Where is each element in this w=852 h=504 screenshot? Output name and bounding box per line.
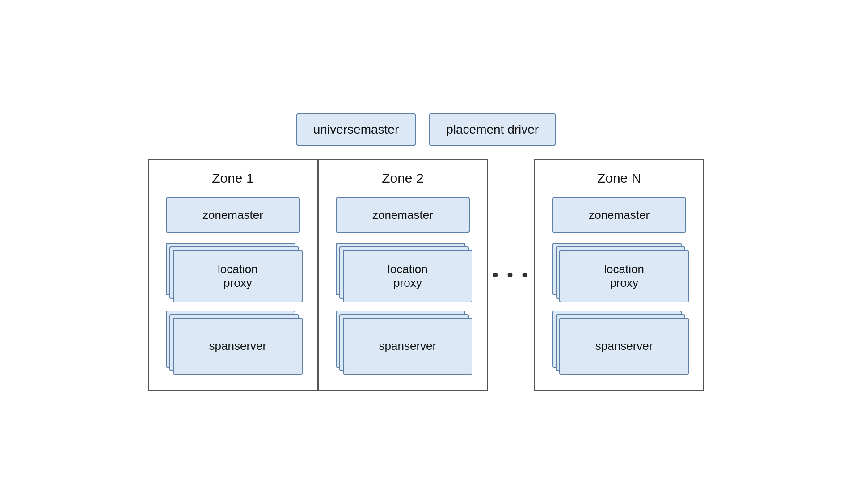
- zone-separator: • • •: [488, 265, 534, 285]
- zone-1-spanserver-front: spanserver: [173, 318, 303, 375]
- zone-2-location-proxy-front: locationproxy: [343, 250, 472, 302]
- zone-n-container: Zone N zonemaster locationproxy spanserv…: [534, 159, 704, 391]
- zone-n-zonemaster: zonemaster: [552, 197, 686, 233]
- zone-2-title: Zone 2: [382, 171, 423, 186]
- top-row: universemaster placement driver: [296, 113, 556, 146]
- zone-1-container: Zone 1 zonemaster locationproxy spanserv…: [148, 159, 318, 391]
- universemaster-box: universemaster: [296, 113, 416, 146]
- diagram: universemaster placement driver Zone 1 z…: [130, 96, 722, 409]
- zone-2-location-proxy-stack: locationproxy: [336, 243, 470, 301]
- zone-n-location-proxy-front: locationproxy: [559, 250, 689, 302]
- zone-1-spanserver-stack: spanserver: [166, 311, 300, 378]
- zone-n-location-proxy-stack: locationproxy: [552, 243, 686, 301]
- zones-row: Zone 1 zonemaster locationproxy spanserv…: [148, 159, 704, 391]
- zone-2-container: Zone 2 zonemaster locationproxy spanserv…: [318, 159, 488, 391]
- zone-n-spanserver-stack: spanserver: [552, 311, 686, 378]
- placement-driver-label: placement driver: [446, 122, 539, 136]
- zone-2-spanserver-stack: spanserver: [336, 311, 470, 378]
- zone-n-spanserver-front: spanserver: [559, 318, 689, 375]
- zone-2-spanserver-front: spanserver: [343, 318, 472, 375]
- placement-driver-box: placement driver: [429, 113, 556, 146]
- zone-1-location-proxy-front: locationproxy: [173, 250, 303, 302]
- universemaster-label: universemaster: [313, 122, 399, 136]
- zone-2-zonemaster: zonemaster: [336, 197, 470, 233]
- zone-1-zonemaster: zonemaster: [166, 197, 300, 233]
- zone-n-title: Zone N: [597, 171, 641, 186]
- zone-1-title: Zone 1: [212, 171, 253, 186]
- zone-1-location-proxy-stack: locationproxy: [166, 243, 300, 301]
